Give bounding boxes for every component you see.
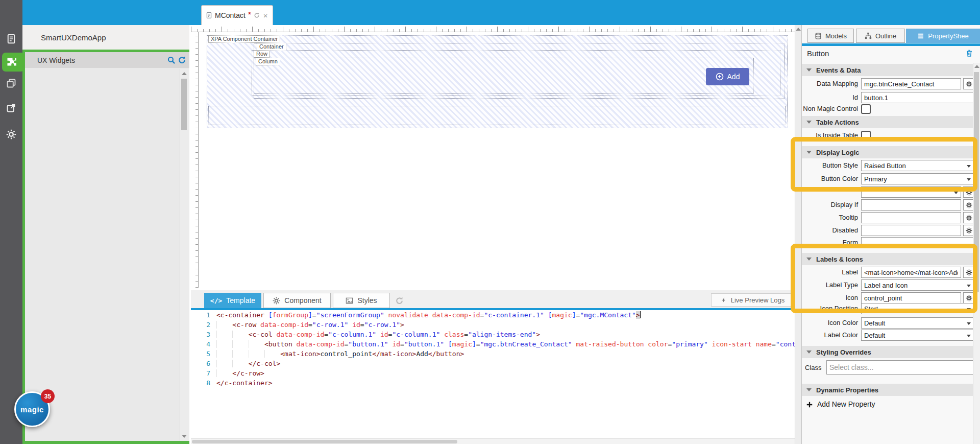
tab-outline-label: Outline [875,32,896,40]
property-row-button_style: Button StyleRaised Button [802,160,973,171]
tab-styles[interactable]: Styles [333,293,390,308]
green-divider [22,50,189,52]
line-number: 6 [191,359,216,368]
section-header-labels_icons[interactable]: Labels & Icons [802,253,973,265]
input-tooltip[interactable] [861,212,961,223]
property-label: Label Type [802,279,858,291]
inspector-scroll-thumb[interactable] [974,72,979,292]
code-line: 6 </c-col> [191,359,795,368]
tab-property-sheet-label: PropertyShee [928,32,969,40]
section-header-styling[interactable]: Styling Overrides [802,346,973,358]
property-row-class: Class [802,360,973,375]
tab-models-label: Models [825,32,847,40]
live-preview-logs-button[interactable]: Live Preview Logs [711,293,794,307]
share-icon[interactable] [6,103,16,113]
close-icon[interactable]: × [263,11,268,20]
code-line: 1<c-container [formGroup]="screenFormGro… [191,310,795,320]
select-icon_color[interactable]: Default [861,317,974,329]
input-icon[interactable] [861,292,961,303]
input-data_mapping[interactable] [861,78,961,89]
tree-icon [865,32,872,39]
chevron-down-icon [967,165,971,168]
input-disabled[interactable] [861,225,961,236]
top-bar [0,0,980,25]
gear-icon [273,297,280,305]
input-label[interactable] [861,267,961,278]
editor-horizontal-scrollbar[interactable] [191,438,795,444]
add-new-property-button[interactable]: Add New Property [802,399,973,410]
line-number: 3 [191,330,216,339]
section-title: Events & Data [816,66,861,74]
select-button_color[interactable]: Primary [861,173,974,184]
select-value: Label and Icon [864,282,908,289]
gear-icon[interactable] [6,129,16,139]
input-id[interactable] [861,92,974,103]
property-row-icon: Icon [802,292,973,303]
scroll-down-icon[interactable] [182,435,187,438]
input-form[interactable] [861,237,974,248]
section-header-events[interactable]: Events & Data [802,64,973,76]
line-number: 1 [191,310,216,320]
search-icon[interactable] [167,56,176,64]
column-widget[interactable]: Column [254,58,754,94]
select-label_type[interactable]: Label and Icon [861,279,974,291]
selected-widget-title: Button [807,49,829,58]
section-header-display_logic[interactable]: Display Logic [802,146,973,158]
scroll-up-icon[interactable] [974,65,979,68]
design-canvas[interactable]: XPA Component Container Container Row Co… [199,32,795,288]
line-number: 7 [191,368,216,378]
property-row-label_color: Label ColorDefault [802,330,973,341]
section-title: Table Actions [816,119,859,126]
smartux-designer-window: SmartUX™ </> Save SmartUXDemoApp UX Widg… [0,0,980,444]
empty-row-slot[interactable] [208,106,786,125]
chevron-down-icon [806,68,812,72]
document-icon[interactable] [6,34,16,44]
scroll-up-icon[interactable] [796,28,801,31]
property-row-form: Form [802,237,973,248]
select[interactable] [861,186,961,198]
trash-icon[interactable] [965,49,973,58]
property-row-non_magic: Non Magic Control [802,103,973,114]
widgets-puzzle-icon[interactable] [6,57,16,67]
scroll-up-icon[interactable] [182,72,187,75]
tab-template[interactable]: </> Template [204,293,261,308]
section-title: Styling Overrides [816,348,871,356]
checkbox-non_magic[interactable] [861,104,871,114]
copy-icon[interactable] [6,78,16,88]
document-icon [206,12,212,19]
document-tab-title: MContact [215,11,246,19]
input-class[interactable] [826,360,973,375]
section-title: Display Logic [816,149,860,156]
canvas-panel-divider-scrollbar[interactable] [795,25,802,444]
input-display_if[interactable] [861,199,961,211]
refresh-icon[interactable] [395,296,404,305]
text-cursor [640,311,641,318]
select-button_style[interactable]: Raised Button [861,160,974,171]
tab-models[interactable]: Models [807,29,854,43]
ux-widgets-header: UX Widgets [25,52,189,68]
refresh-icon[interactable] [178,56,186,64]
add-button-widget[interactable]: Add [706,68,749,85]
column-label: Column [256,58,280,65]
tab-component[interactable]: Component [263,293,331,308]
select-label_color[interactable]: Default [861,330,974,341]
checkbox-is_inside_table[interactable] [861,131,871,141]
notification-badge: 35 [41,389,55,403]
green-border-left [22,52,25,444]
code-line: 7 </c-row> [191,368,795,378]
tab-property-sheet[interactable]: PropertyShee [906,29,980,43]
select-icon_position[interactable]: Start [861,303,974,314]
section-header-table_actions[interactable]: Table Actions [802,116,973,128]
template-code-area[interactable]: 1<c-container [formGroup]="screenFormGro… [191,310,795,438]
select-value: Default [864,332,885,339]
app-name-header[interactable]: SmartUXDemoApp [22,25,189,50]
refresh-icon[interactable] [254,12,260,18]
tab-outline[interactable]: Outline [856,29,905,43]
section-header-dynamic[interactable]: Dynamic Properties [802,384,973,396]
live-preview-logs-label: Live Preview Logs [731,296,785,304]
document-tab-mcontact[interactable]: MContact * × [201,5,273,25]
ruler-vertical [191,32,199,288]
editor-scroll-thumb[interactable] [192,440,457,443]
property-label: Icon Position [802,303,858,314]
sidebar-scroll-thumb[interactable] [181,79,187,130]
